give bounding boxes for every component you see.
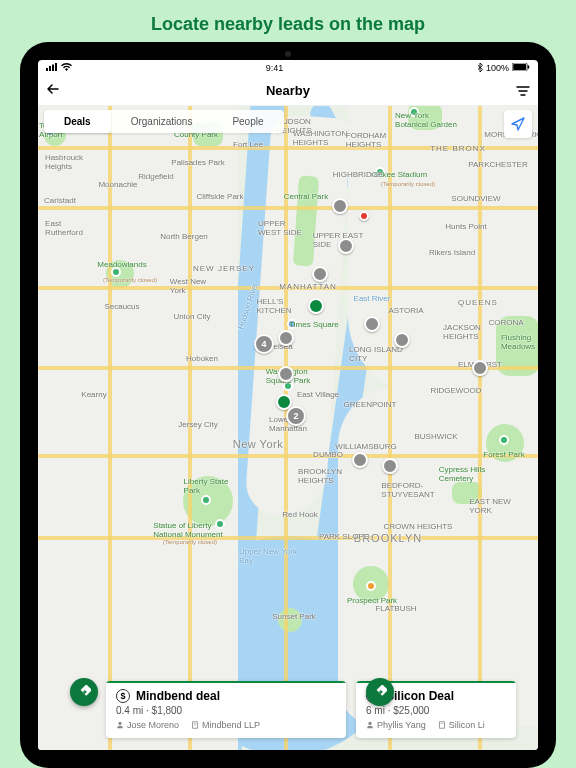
deal-title: Mindbend deal	[136, 689, 220, 703]
label-new-jersey: NEW JERSEY	[193, 264, 255, 273]
wifi-icon	[61, 63, 72, 73]
deal-pin[interactable]	[278, 330, 294, 346]
svg-rect-6	[528, 65, 529, 69]
back-button[interactable]	[46, 82, 60, 100]
deal-subtitle: 0.4 mi · $1,800	[116, 705, 336, 716]
deal-card[interactable]: $ Mindbend deal 0.4 mi · $1,800 Jose Mor…	[106, 681, 346, 738]
tab-organizations[interactable]: Organizations	[111, 110, 213, 133]
label-east-ny: EAST NEW YORK	[469, 497, 511, 515]
deal-pin[interactable]	[472, 360, 488, 376]
svg-rect-10	[193, 722, 198, 728]
location-arrow-icon	[510, 116, 526, 132]
deal-org: Silicon Li	[449, 720, 485, 730]
svg-rect-8	[377, 685, 387, 696]
deal-pin[interactable]	[312, 266, 328, 282]
deal-org: Mindbend LLP	[202, 720, 260, 730]
map-view[interactable]: New York MANHATTAN BROOKLYN QUEENS THE B…	[38, 106, 538, 750]
label-astoria: ASTORIA	[389, 306, 424, 315]
deal-pin[interactable]	[308, 298, 324, 314]
label-lic: LONG ISLAND CITY	[349, 345, 403, 363]
deal-pin[interactable]	[352, 452, 368, 468]
deal-cards-row[interactable]: $ Mindbend deal 0.4 mi · $1,800 Jose Mor…	[38, 681, 538, 746]
bluetooth-icon	[477, 63, 483, 74]
nav-bar: Nearby	[38, 76, 538, 106]
person-icon	[366, 721, 374, 729]
label-queens: QUEENS	[458, 298, 498, 307]
svg-rect-12	[195, 723, 196, 724]
deal-subtitle: 6 mi · $25,000	[366, 705, 506, 716]
battery-text: 100%	[486, 63, 509, 73]
label-upper-bay: Upper New York Bay	[239, 547, 297, 565]
label-parkchester: PARKCHESTER	[468, 160, 527, 169]
svg-rect-2	[52, 65, 54, 72]
label-manhattan: MANHATTAN	[279, 282, 337, 291]
building-icon	[438, 721, 446, 729]
tab-people[interactable]: People	[212, 110, 283, 133]
deal-pin-cluster[interactable]: 4	[254, 334, 274, 354]
label-ridgefield: Ridgefield	[138, 172, 174, 181]
svg-rect-3	[55, 63, 57, 71]
directions-fab[interactable]	[366, 678, 394, 706]
label-highbridge: HIGHBRIDGE	[333, 170, 384, 179]
label-carlstadt: Carlstadt	[44, 196, 76, 205]
label-uws: UPPER WEST SIDE	[258, 219, 302, 237]
app-screen: 9:41 100% Nearby	[38, 60, 538, 750]
deal-pin[interactable]	[278, 366, 294, 382]
marketing-headline: Locate nearby leads on the map	[0, 0, 576, 35]
deal-pin[interactable]	[364, 316, 380, 332]
label-bedstuy: BEDFORD- STUYVESANT	[381, 481, 434, 499]
label-bushwick: BUSHWICK	[414, 432, 457, 441]
svg-point-9	[118, 722, 121, 725]
locate-me-button[interactable]	[504, 110, 532, 138]
battery-icon	[512, 63, 530, 73]
filter-button[interactable]	[516, 84, 530, 98]
deal-pin[interactable]	[359, 211, 369, 221]
dollar-icon: $	[116, 689, 130, 703]
svg-rect-16	[439, 722, 444, 728]
label-ridgewood: RIDGEWOOD	[430, 386, 481, 395]
svg-rect-18	[442, 723, 443, 724]
tab-deals[interactable]: Deals	[44, 110, 111, 133]
directions-fab[interactable]	[70, 678, 98, 706]
svg-rect-1	[49, 66, 51, 71]
status-bar: 9:41 100%	[38, 60, 538, 76]
deal-pin[interactable]	[382, 458, 398, 474]
tablet-camera	[285, 51, 291, 57]
label-red-hook: Red Hook	[282, 510, 318, 519]
page-title: Nearby	[266, 83, 310, 98]
label-tc1: (Temporarily closed)	[381, 181, 435, 187]
label-east-river: East River	[354, 294, 391, 303]
poi-liberty-park	[201, 495, 211, 505]
deal-pin[interactable]	[332, 198, 348, 214]
label-flushing: Flushing Meadows	[501, 333, 535, 351]
poi-prospect-park	[366, 581, 376, 591]
directions-icon	[373, 685, 387, 699]
label-moonachie: Moonachie	[98, 180, 137, 189]
label-soundview: SOUNDVIEW	[451, 194, 500, 203]
signal-icon	[46, 63, 58, 73]
tablet-frame: 9:41 100% Nearby	[20, 42, 556, 768]
directions-icon	[77, 685, 91, 699]
deal-person: Phyllis Yang	[377, 720, 426, 730]
segmented-control: Deals Organizations People	[44, 110, 284, 133]
person-icon	[116, 721, 124, 729]
svg-rect-11	[194, 723, 195, 724]
label-hells-kitchen: HELL'S KITCHEN	[256, 297, 291, 315]
deal-person: Jose Moreno	[127, 720, 179, 730]
label-hasbrouck: Hasbrouck Heights	[45, 153, 83, 171]
poi-forest-park	[499, 435, 509, 445]
label-palisades: Palisades Park	[171, 158, 224, 167]
status-time: 9:41	[266, 63, 284, 73]
deal-pin[interactable]	[394, 332, 410, 348]
label-dumbo: DUMBO	[313, 450, 343, 459]
label-jersey-city: Jersey City	[178, 420, 218, 429]
deal-pin[interactable]	[338, 238, 354, 254]
label-park-slope: PARK SLOPE	[319, 532, 369, 541]
svg-rect-7	[81, 685, 91, 696]
svg-rect-0	[46, 68, 48, 71]
deal-pin-cluster[interactable]: 2	[286, 406, 306, 426]
label-union-city: Union City	[174, 312, 211, 321]
label-jackson-hts: JACKSON HEIGHTS	[443, 323, 481, 341]
label-fordham: FORDHAM HEIGHTS	[346, 131, 386, 149]
label-fort-lee: Fort Lee	[233, 140, 263, 149]
